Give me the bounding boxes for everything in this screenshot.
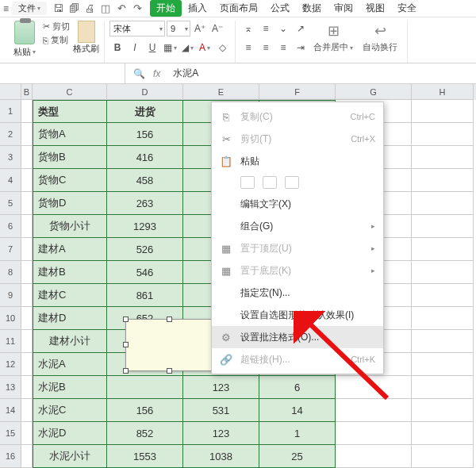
- cell-B10[interactable]: [21, 307, 33, 330]
- tab-data[interactable]: 数据: [296, 0, 328, 17]
- cell-G14[interactable]: [336, 399, 412, 422]
- cell-G16[interactable]: [336, 445, 412, 468]
- comment-box[interactable]: [125, 319, 214, 371]
- paste-option-2-icon[interactable]: [263, 176, 277, 189]
- tab-home[interactable]: 开始: [150, 0, 182, 17]
- bold-button[interactable]: B: [109, 40, 125, 56]
- row-header[interactable]: 5: [0, 192, 21, 215]
- cell-H3[interactable]: [412, 146, 474, 169]
- cell-D15[interactable]: 852: [107, 422, 183, 445]
- align-bottom-icon[interactable]: ⌄: [275, 21, 291, 36]
- cell-H2[interactable]: [412, 123, 474, 146]
- clear-format-button[interactable]: ◇: [214, 40, 230, 56]
- cell-D13[interactable]: [107, 376, 183, 399]
- resize-handle-s[interactable]: [167, 368, 172, 374]
- indent-icon[interactable]: ⇥: [293, 40, 309, 56]
- row-header[interactable]: 15: [0, 422, 21, 445]
- cell-B16[interactable]: [21, 445, 33, 468]
- cell-D3[interactable]: 416: [107, 146, 183, 169]
- cell-B9[interactable]: [21, 284, 33, 307]
- align-center-icon[interactable]: ≡: [258, 40, 274, 56]
- zoom-icon[interactable]: 🔍: [133, 68, 145, 79]
- row-header[interactable]: 16: [0, 445, 21, 468]
- ctx-set-default[interactable]: 设置自选图形的默认效果(I): [212, 304, 383, 326]
- col-header-G[interactable]: G: [336, 84, 412, 100]
- tab-review[interactable]: 审阅: [328, 0, 359, 17]
- row-header[interactable]: 11: [0, 330, 21, 353]
- resize-handle-n[interactable]: [167, 316, 172, 322]
- font-color-button[interactable]: A▾: [197, 40, 213, 56]
- select-all-corner[interactable]: [0, 84, 21, 100]
- print-icon[interactable]: 🖨: [83, 2, 96, 14]
- row-header[interactable]: 4: [0, 169, 21, 192]
- cell-D14[interactable]: 156: [107, 399, 183, 422]
- cell-C2[interactable]: 货物A: [33, 123, 107, 146]
- cell-C9[interactable]: 建材C: [33, 284, 107, 307]
- hamburger-icon[interactable]: ≡: [3, 3, 9, 14]
- cell-H5[interactable]: [412, 192, 474, 215]
- cell-C10[interactable]: 建材D: [33, 307, 107, 330]
- cell-D7[interactable]: 526: [107, 238, 183, 261]
- cell-E13[interactable]: 123: [183, 376, 259, 399]
- cell-C8[interactable]: 建材B: [33, 261, 107, 284]
- row-header[interactable]: 13: [0, 376, 21, 399]
- align-middle-icon[interactable]: ≡: [258, 21, 274, 36]
- cell-H15[interactable]: [412, 422, 474, 445]
- cell-B15[interactable]: [21, 422, 33, 445]
- cell-B11[interactable]: [21, 330, 33, 353]
- cut-button[interactable]: ✂剪切: [43, 21, 70, 33]
- resize-handle-w[interactable]: [123, 342, 129, 347]
- cell-C13[interactable]: 水泥B: [33, 376, 107, 399]
- cell-D8[interactable]: 546: [107, 261, 183, 284]
- cell-G15[interactable]: [336, 422, 412, 445]
- cell-B6[interactable]: [21, 215, 33, 238]
- file-menu[interactable]: 文件▾: [12, 2, 47, 15]
- cell-E14[interactable]: 531: [183, 399, 259, 422]
- increase-font-icon[interactable]: A⁺: [192, 21, 208, 36]
- cell-C7[interactable]: 建材A: [33, 238, 107, 261]
- cell-H14[interactable]: [412, 399, 474, 422]
- cell-D6[interactable]: 1293: [107, 215, 183, 238]
- resize-handle-sw[interactable]: [123, 368, 129, 374]
- row-header[interactable]: 1: [0, 100, 21, 123]
- cell-D2[interactable]: 156: [107, 123, 183, 146]
- orientation-icon[interactable]: ↗: [293, 21, 309, 36]
- row-header[interactable]: 2: [0, 123, 21, 146]
- cell-B4[interactable]: [21, 169, 33, 192]
- cell-H8[interactable]: [412, 261, 474, 284]
- row-header[interactable]: 3: [0, 146, 21, 169]
- ctx-copy[interactable]: ⎘ 复制(C) Ctrl+C: [212, 105, 383, 128]
- col-header-E[interactable]: E: [183, 84, 259, 100]
- row-header[interactable]: 10: [0, 307, 21, 330]
- cell-B3[interactable]: [21, 146, 33, 169]
- cell-H16[interactable]: [412, 445, 474, 468]
- wrap-text-button[interactable]: ↩ 自动换行: [358, 21, 402, 53]
- name-box[interactable]: [0, 63, 125, 83]
- border-button[interactable]: ▦▾: [162, 40, 178, 56]
- underline-button[interactable]: U: [144, 40, 160, 56]
- tab-insert[interactable]: 插入: [182, 0, 213, 17]
- cell-H13[interactable]: [412, 376, 474, 399]
- ctx-cut[interactable]: ✂ 剪切(T) Ctrl+X: [212, 128, 383, 150]
- cell-D1[interactable]: 进货: [107, 100, 183, 123]
- cell-E16[interactable]: 1038: [183, 445, 259, 468]
- cell-H1[interactable]: [412, 100, 474, 123]
- cell-B12[interactable]: [21, 353, 33, 376]
- cell-H7[interactable]: [412, 238, 474, 261]
- cell-B8[interactable]: [21, 261, 33, 284]
- cell-H11[interactable]: [412, 330, 474, 353]
- cell-C4[interactable]: 货物C: [33, 169, 107, 192]
- format-painter-button[interactable]: 格式刷: [73, 21, 99, 55]
- font-size-dropdown[interactable]: 9: [167, 21, 190, 36]
- cell-D4[interactable]: 458: [107, 169, 183, 192]
- cell-C1[interactable]: 类型: [33, 100, 107, 123]
- cell-C14[interactable]: 水泥C: [33, 399, 107, 422]
- ctx-edit-text[interactable]: 编辑文字(X): [212, 193, 383, 215]
- cell-C12[interactable]: 水泥A: [33, 353, 107, 376]
- italic-button[interactable]: I: [127, 40, 143, 56]
- tab-security[interactable]: 安全: [391, 0, 423, 17]
- cell-B2[interactable]: [21, 123, 33, 146]
- font-name-dropdown[interactable]: 宋体: [109, 21, 165, 36]
- cell-F16[interactable]: 25: [259, 445, 336, 468]
- cell-C11[interactable]: 建材小计: [33, 330, 107, 353]
